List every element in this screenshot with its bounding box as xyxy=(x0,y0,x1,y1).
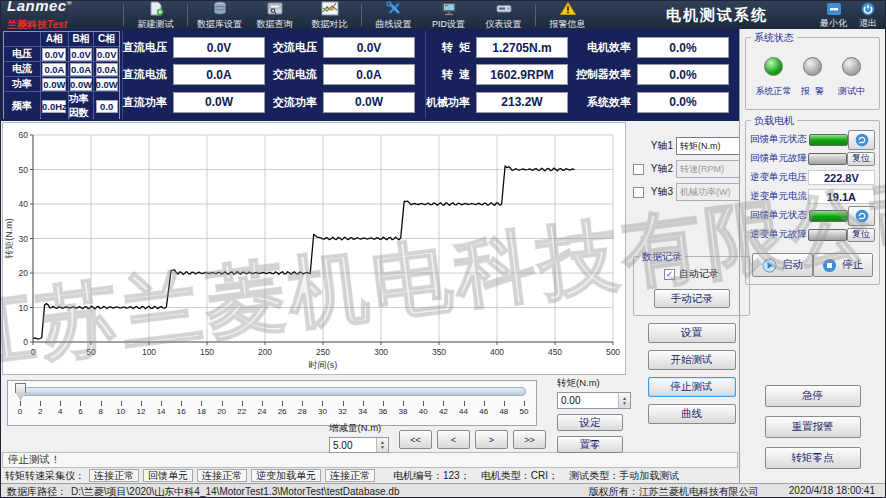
slider-track[interactable] xyxy=(18,387,526,396)
curve-button[interactable]: 曲线 xyxy=(648,404,736,424)
meter-value: 213.2W xyxy=(476,92,568,113)
datetime: 2020/4/18 18:00:41 xyxy=(789,485,875,498)
svg-text:500: 500 xyxy=(606,347,620,357)
manual-record-button[interactable]: 手动记录 xyxy=(654,289,730,308)
database-icon xyxy=(211,1,229,18)
emergency-stop-button[interactable]: 急停 xyxy=(765,385,861,407)
inverter-voltage-row: 逆变单元电压 222.8V xyxy=(750,168,875,187)
toolbar-separator xyxy=(535,4,536,26)
torque-zero-button[interactable]: 转矩零点 xyxy=(765,447,861,469)
toolbar-instrument-settings[interactable]: 仪表设置 xyxy=(476,1,531,29)
phase-value: 0.0W xyxy=(69,77,94,91)
warning-icon xyxy=(559,1,577,18)
phase-table: A相 B相 C相 电压 0.0V 0.0V 0.0V 电流 0.0A 0.0A … xyxy=(3,31,120,119)
minimize-button[interactable]: 最小化 xyxy=(820,2,847,29)
data-record-title: 数据记录 xyxy=(639,250,685,264)
phase-value: 0.0A xyxy=(94,62,119,76)
exit-button[interactable]: 退出 xyxy=(859,2,877,29)
increment-input[interactable]: 5.00 ▲▼ xyxy=(329,437,389,453)
toolbar-alarm-info[interactable]: 报警信息 xyxy=(540,1,595,29)
feedback-fault-indicator xyxy=(808,153,847,165)
connection-status: 连接正常 xyxy=(89,469,139,482)
y2-axis-checkbox[interactable] xyxy=(633,164,644,175)
power-row-label: 功率 xyxy=(4,77,40,91)
meter-value: 0.0A xyxy=(323,64,415,85)
toolbar-data-compare[interactable]: 数据对比 xyxy=(302,1,357,29)
meter-value: 0.0% xyxy=(637,37,729,58)
step-back-button[interactable]: < xyxy=(437,430,470,449)
phase-a-header: A相 xyxy=(41,32,68,46)
dc-ac-meters: 直流电压0.0V 直流电流0.0A 直流功率0.0W 交流电压0.0V 交流电流… xyxy=(122,31,423,119)
meter-label: 转 矩 xyxy=(442,40,470,55)
torque-setpoint-value[interactable]: 0.00 xyxy=(558,393,618,408)
svg-text:250: 250 xyxy=(316,347,330,357)
auto-record-label: 自动记录 xyxy=(679,267,719,281)
led-item: 测试中 xyxy=(832,57,871,98)
spinner-arrows-icon[interactable]: ▲▼ xyxy=(376,438,388,452)
instrument-icon xyxy=(495,1,513,18)
step-back-fast-button[interactable]: << xyxy=(399,430,432,449)
connection-status: 连接正常 xyxy=(325,469,375,482)
meter-value: 1.2705N.m xyxy=(476,37,568,58)
torque-setpoint-input[interactable]: 0.00 ▲▼ xyxy=(557,392,631,409)
power-icon xyxy=(860,2,876,19)
y3-axis-label: Y轴3 xyxy=(647,185,673,199)
svg-text:100: 100 xyxy=(142,347,156,357)
toolbar-label: 仪表设置 xyxy=(486,19,522,29)
start-button[interactable]: 启动 xyxy=(752,253,813,277)
right-panel: 系统状态 系统正常 报 警 测试中 xyxy=(739,29,885,483)
toolbar-data-query[interactable]: 数据查询 xyxy=(247,1,302,29)
inverter-reset-button[interactable] xyxy=(848,206,875,226)
y1-axis-row: Y轴1 转矩(N.m)▼ xyxy=(633,137,750,155)
step-forward-fast-button[interactable]: >> xyxy=(513,430,546,449)
svg-text:时间(s): 时间(s) xyxy=(309,360,338,370)
meter-item: 系统效率0.0% xyxy=(576,89,737,116)
increment-value[interactable]: 5.00 xyxy=(330,438,376,452)
feedback-reset-button[interactable] xyxy=(848,130,875,150)
spinner-arrows-icon[interactable]: ▲▼ xyxy=(618,393,630,408)
y3-axis-checkbox[interactable] xyxy=(633,187,644,198)
feedback-status-indicator xyxy=(809,210,849,222)
svg-text:0: 0 xyxy=(23,337,28,347)
inverter-current-row: 逆变单元电流 19.1A xyxy=(750,187,875,206)
phase-value: 0.0A xyxy=(69,62,94,76)
feedback-status-row: 回馈单元状态 xyxy=(750,206,875,225)
phase-value: 0.0A xyxy=(41,62,68,76)
increment-label: 增减量(N.m) xyxy=(329,422,389,435)
current-row-label: 电流 xyxy=(4,62,40,76)
svg-text:转矩(N.m): 转矩(N.m) xyxy=(4,218,14,259)
toolbar-pid-settings[interactable]: PID设置 xyxy=(421,1,476,29)
step-forward-button[interactable]: > xyxy=(475,430,508,449)
stop-button[interactable]: 停止 xyxy=(813,253,874,277)
stop-test-button[interactable]: 停止测试 xyxy=(648,377,736,397)
meter-item: 直流电流0.0A xyxy=(123,61,273,88)
toolbar-separator xyxy=(187,4,188,26)
settings-button[interactable]: 设置 xyxy=(648,323,736,343)
slider-thumb[interactable] xyxy=(15,383,26,400)
inverter-voltage-value: 222.8V xyxy=(808,170,875,185)
start-test-button[interactable]: 开始测试 xyxy=(648,350,736,370)
svg-text:30: 30 xyxy=(19,234,29,244)
meter-value: 0.0% xyxy=(637,64,729,85)
meter-item: 电机效率0.0% xyxy=(576,34,737,61)
chart-row: 0102030405060050100150200250300350400450… xyxy=(1,121,739,451)
feedback-status-row: 回馈单元状态 xyxy=(750,130,875,149)
torque-slider[interactable]: 0246810121416182022242628303234363840424… xyxy=(7,380,537,426)
load-control-zone: 0246810121416182022242628303234363840424… xyxy=(1,375,627,451)
auto-record-checkbox[interactable] xyxy=(664,269,675,280)
phase-value: 0.0W xyxy=(41,77,68,91)
led-item: 报 警 xyxy=(793,57,832,98)
set-button[interactable]: 设定 xyxy=(557,414,623,431)
zero-button[interactable]: 置零 xyxy=(557,436,623,453)
toolbar-db-settings[interactable]: 数据库设置 xyxy=(192,1,247,29)
toolbar-new-test[interactable]: 新建测试 xyxy=(128,1,183,29)
svg-text:400: 400 xyxy=(490,347,504,357)
meter-item: 交流功率0.0W xyxy=(273,89,423,116)
toolbar-curve-settings[interactable]: 曲线设置 xyxy=(366,1,421,29)
reset-button[interactable]: 复位 xyxy=(847,228,875,242)
lanmec-logo: Lanmec® 兰菱科技Test xyxy=(7,0,119,32)
connection-status-bar: 转矩转速采集仪： 连接正常 回馈单元 连接正常 逆变加载单元 连接正常 电机编号… xyxy=(1,468,739,483)
reset-button[interactable]: 复位 xyxy=(847,152,875,166)
reset-alarm-button[interactable]: 重置报警 xyxy=(765,416,861,438)
meter-item: 控制器效率0.0% xyxy=(576,61,737,88)
